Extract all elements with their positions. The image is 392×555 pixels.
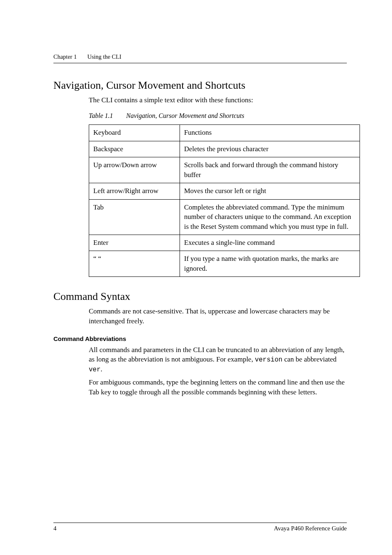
table-row: “ “ If you type a name with quotation ma… [89,251,360,277]
table-row: Backspace Deletes the previous character [89,141,360,157]
table-cell-key: Backspace [89,141,180,157]
table-cell-func: Scrolls back and forward through the com… [180,157,360,183]
table-cell-key: Tab [89,199,180,235]
table-cell-key: Up arrow/Down arrow [89,157,180,183]
abbrev-p1-b: can be abbreviated [284,355,337,363]
command-syntax-intro: Commands are not case-sensitive. That is… [89,306,347,326]
table-row: Enter Executes a single-line command [89,235,360,251]
table-cell-func: Executes a single-line command [180,235,360,251]
shortcuts-table: Keyboard Functions Backspace Deletes the… [89,124,360,277]
chapter-label: Chapter 1 [53,53,77,60]
table-cell-key: Left arrow/Right arrow [89,183,180,199]
page: Chapter 1 Using the CLI Navigation, Curs… [0,0,392,555]
command-abbrev-p1: All commands and parameters in the CLI c… [89,345,347,375]
command-abbrev-p2: For ambiguous commands, type the beginni… [89,378,347,397]
content: Navigation, Cursor Movement and Shortcut… [53,78,347,397]
code-ver: ver [89,366,101,373]
running-header: Chapter 1 Using the CLI [53,53,121,61]
table-header-row: Keyboard Functions [89,125,360,141]
code-version: version [255,356,282,364]
table-cell-func: Moves the cursor left or right [180,183,360,199]
table-cell-key: Enter [89,235,180,251]
table-row: Tab Completes the abbreviated command. T… [89,199,360,235]
command-syntax-heading: Command Syntax [53,289,347,304]
table-row: Up arrow/Down arrow Scrolls back and for… [89,157,360,183]
nav-intro-text: The CLI contains a simple text editor wi… [89,95,347,105]
table-caption-title: Navigation, Cursor Movement and Shortcut… [126,112,244,119]
command-abbrev-heading: Command Abbreviations [53,335,347,343]
table-caption: Table 1.1 Navigation, Cursor Movement an… [89,111,347,120]
header-rule [53,63,347,63]
chapter-title: Using the CLI [87,53,121,60]
footer-rule [53,523,347,523]
table-cell-func: Deletes the previous character [180,141,360,157]
table-cell-func: Completes the abbreviated command. Type … [180,199,360,235]
page-number: 4 [53,524,57,533]
table-cell-func: If you type a name with quotation marks,… [180,251,360,277]
table-cell-key: “ “ [89,251,180,277]
table-number: Table 1.1 [89,112,113,119]
abbrev-p1-c: . [101,365,102,373]
table-header-keyboard: Keyboard [89,125,180,141]
footer-guide-title: Avaya P460 Reference Guide [274,524,347,533]
table-header-functions: Functions [180,125,360,141]
table-row: Left arrow/Right arrow Moves the cursor … [89,183,360,199]
nav-cursor-heading: Navigation, Cursor Movement and Shortcut… [53,78,347,93]
